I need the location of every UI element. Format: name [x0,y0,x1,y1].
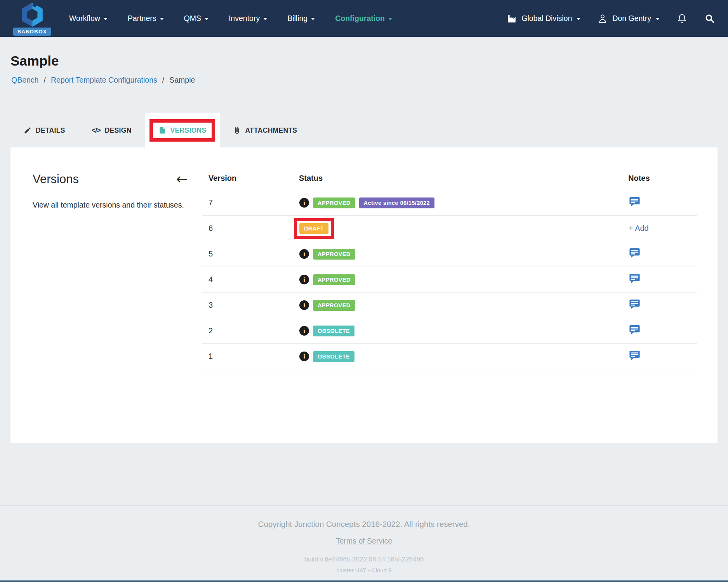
chevron-down-icon [577,18,580,20]
chevron-down-icon [205,18,208,20]
status-badge-obsolete: OBSOLETE [313,326,354,336]
division-selector[interactable]: Global Division [507,14,580,24]
tab-design[interactable]: </>DESIGN [78,113,145,147]
nav-item-label: Configuration [335,14,385,23]
chevron-down-icon [263,18,267,20]
versions-card: Versions ← View all template versions an… [10,147,718,443]
code-icon: </> [92,126,101,135]
panel-title: Versions [33,172,79,186]
nav-item-partners[interactable]: Partners [128,14,164,23]
version-cell: 5 [202,241,299,267]
breadcrumb-separator: / [43,76,45,85]
annotation-red-box: VERSIONS [149,119,215,142]
info-icon[interactable]: i [299,249,309,259]
factory-icon [507,14,517,24]
status-badge-approved: APPROVED [313,300,355,311]
version-cell: 2 [202,318,299,344]
nav-menu: WorkflowPartnersQMSInventoryBillingConfi… [69,14,392,23]
tab-label: ATTACHMENTS [245,126,297,135]
nav-item-configuration[interactable]: Configuration [335,14,392,23]
version-cell: 4 [202,267,299,293]
nav-item-label: QMS [184,14,201,23]
notifications-bell-icon[interactable] [677,13,687,24]
nav-item-qms[interactable]: QMS [184,14,208,23]
info-icon[interactable]: i [299,326,309,336]
nav-right: Global Division Don Gentry [507,13,715,24]
division-label: Global Division [521,14,572,23]
versions-side-panel: Versions ← View all template versions an… [33,172,188,443]
note-comment-icon[interactable] [629,325,640,334]
tab-label: DESIGN [105,126,132,135]
chevron-down-icon [311,18,315,20]
search-icon[interactable] [704,13,715,24]
sandbox-badge: SANDBOX [13,28,51,36]
copyright-text: Copyright Junction Concepts 2016-2022. A… [0,520,728,529]
cluster-text: cluster UAT - Cloud 9 [0,567,728,573]
info-icon[interactable]: i [299,352,309,361]
note-comment-icon[interactable] [629,300,640,309]
status-badge-active: Active since 06/15/2022 [359,197,434,208]
tab-label: VERSIONS [170,126,207,135]
chevron-down-icon [656,18,660,20]
chevron-down-icon [104,18,108,20]
nav-item-label: Workflow [69,14,100,23]
breadcrumb-current: Sample [169,76,195,85]
paperclip-icon [233,126,241,135]
version-cell: 3 [202,293,299,318]
back-arrow-icon[interactable]: ← [176,172,188,186]
versions-table: Version Status Notes 7iAPPROVEDActive si… [202,172,697,369]
info-icon[interactable]: i [299,300,309,310]
status-cell: iOBSOLETE [299,326,628,336]
version-cell: 1 [202,344,299,369]
status-cell: DRAFT [299,218,628,239]
tab-details[interactable]: DETAILS [10,113,78,147]
user-icon [598,14,608,24]
note-comment-icon[interactable] [629,351,640,360]
chevron-down-icon [388,18,392,20]
status-badge-approved: APPROVED [313,249,355,260]
breadcrumb-link-report-template-configurations[interactable]: Report Template Configurations [51,76,157,85]
status-badge-draft: DRAFT [299,223,328,234]
nav-item-inventory[interactable]: Inventory [229,14,267,23]
nav-item-workflow[interactable]: Workflow [69,14,108,23]
versions-table-wrap: Version Status Notes 7iAPPROVEDActive si… [202,172,697,443]
add-note-link[interactable]: + Add [629,224,649,232]
table-row: 4iAPPROVED [202,267,697,293]
breadcrumb-separator: / [162,76,164,85]
tab-label: DETAILS [36,126,65,135]
status-badge-approved: APPROVED [313,197,355,208]
status-cell: iAPPROVED [299,274,628,285]
page-title: Sample [10,53,728,69]
breadcrumb-link-qbench[interactable]: QBench [11,76,38,85]
note-comment-icon[interactable] [629,274,640,283]
column-header-version: Version [202,172,299,190]
footer-divider [0,505,728,506]
tabs: DETAILS</>DESIGN VERSIONS ATTACHMENTS [10,113,728,147]
table-row: 2iOBSOLETE [202,318,697,344]
chevron-down-icon [160,18,164,20]
user-label: Don Gentry [612,14,651,23]
note-comment-icon[interactable] [629,248,640,258]
footer: Copyright Junction Concepts 2016-2022. A… [0,520,728,573]
breadcrumb: QBench / Report Template Configurations … [11,76,728,85]
tab-attachments[interactable]: ATTACHMENTS [220,113,310,147]
terms-of-service-link[interactable]: Terms of Service [336,537,392,546]
app-logo[interactable]: SANDBOX [13,0,54,37]
info-icon[interactable]: i [299,275,309,284]
note-comment-icon[interactable] [629,197,640,206]
tab-versions[interactable]: VERSIONS [145,113,220,147]
column-header-notes: Notes [628,172,697,190]
nav-item-label: Inventory [229,14,260,23]
version-cell: 6 [202,216,299,241]
pencil-icon [24,126,31,134]
build-version-text: build v.6e24665.2022.06.14.1655226486 [0,556,728,563]
column-header-status: Status [299,172,628,190]
status-badge-obsolete: OBSOLETE [313,351,354,362]
nav-item-label: Partners [128,14,156,23]
table-row: 3iAPPROVED [202,293,697,318]
bottom-accent-bar [0,580,728,582]
nav-item-billing[interactable]: Billing [287,14,315,23]
user-menu[interactable]: Don Gentry [598,14,660,24]
info-icon[interactable]: i [299,198,309,208]
document-icon [158,126,166,135]
